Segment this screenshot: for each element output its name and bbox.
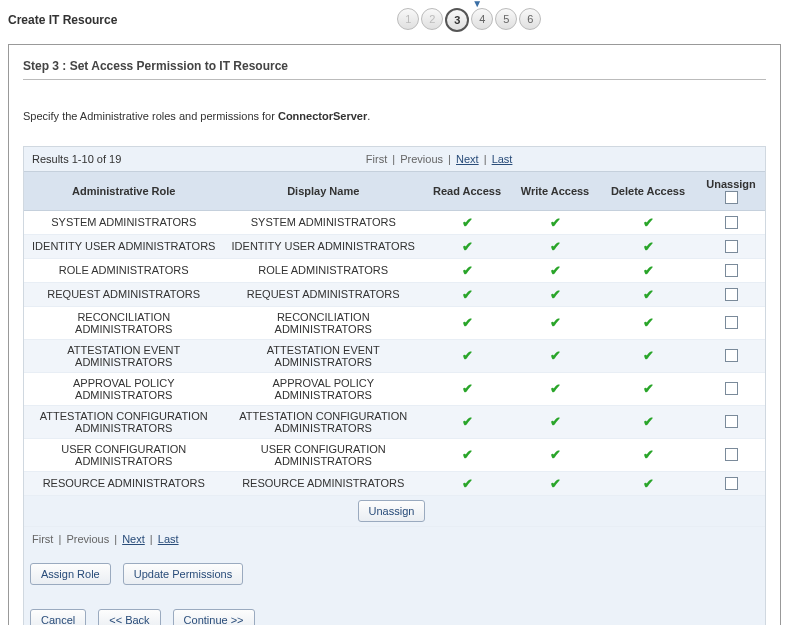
pager-last-link[interactable]: Last [492, 153, 513, 165]
wizard-step-2[interactable]: 2 [421, 8, 443, 30]
cell-role: IDENTITY USER ADMINISTRATORS [24, 234, 224, 258]
table-row: IDENTITY USER ADMINISTRATORSIDENTITY USE… [24, 234, 765, 258]
pager-top: First | Previous | Next | Last [121, 153, 757, 165]
cell-write-access: ✔ [511, 258, 599, 282]
wizard-step-6[interactable]: 6 [519, 8, 541, 30]
cell-display-name: IDENTITY USER ADMINISTRATORS [224, 234, 424, 258]
cell-read-access: ✔ [423, 372, 511, 405]
check-icon: ✔ [462, 239, 473, 254]
cell-read-access: ✔ [423, 306, 511, 339]
page-title: Create IT Resource [8, 13, 117, 27]
cell-delete-access: ✔ [599, 339, 697, 372]
cell-role: REQUEST ADMINISTRATORS [24, 282, 224, 306]
check-icon: ✔ [643, 381, 654, 396]
cell-unassign [697, 339, 765, 372]
wizard-step-1[interactable]: 1 [397, 8, 419, 30]
cell-unassign [697, 372, 765, 405]
col-read: Read Access [423, 172, 511, 211]
check-icon: ✔ [550, 315, 561, 330]
cell-write-access: ✔ [511, 306, 599, 339]
check-icon: ✔ [550, 287, 561, 302]
table-row: RECONCILIATION ADMINISTRATORSRECONCILIAT… [24, 306, 765, 339]
check-icon: ✔ [643, 414, 654, 429]
pager-next-link-bottom[interactable]: Next [122, 533, 145, 545]
cell-display-name: RECONCILIATION ADMINISTRATORS [224, 306, 424, 339]
table-row: APPROVAL POLICY ADMINISTRATORSAPPROVAL P… [24, 372, 765, 405]
wizard-step-3[interactable]: 3 [445, 8, 469, 32]
update-permissions-button[interactable]: Update Permissions [123, 563, 243, 585]
check-icon: ✔ [550, 239, 561, 254]
check-icon: ✔ [462, 447, 473, 462]
check-icon: ✔ [550, 263, 561, 278]
unassign-checkbox[interactable] [725, 382, 738, 395]
cell-write-access: ✔ [511, 372, 599, 405]
cell-display-name: APPROVAL POLICY ADMINISTRATORS [224, 372, 424, 405]
unassign-checkbox[interactable] [725, 216, 738, 229]
check-icon: ✔ [643, 348, 654, 363]
cell-display-name: SYSTEM ADMINISTRATORS [224, 210, 424, 234]
assign-role-button[interactable]: Assign Role [30, 563, 111, 585]
instruction-text: Specify the Administrative roles and per… [23, 110, 766, 122]
cell-role: RESOURCE ADMINISTRATORS [24, 471, 224, 495]
pager-previous-disabled-bottom: Previous [66, 533, 109, 545]
unassign-checkbox[interactable] [725, 448, 738, 461]
separator [23, 79, 766, 80]
cell-read-access: ✔ [423, 234, 511, 258]
unassign-all-checkbox[interactable] [725, 191, 738, 204]
wizard-step-4[interactable]: 4 [471, 8, 493, 30]
cell-display-name: ROLE ADMINISTRATORS [224, 258, 424, 282]
pager-last-link-bottom[interactable]: Last [158, 533, 179, 545]
cell-write-access: ✔ [511, 282, 599, 306]
col-delete: Delete Access [599, 172, 697, 211]
cell-role: SYSTEM ADMINISTRATORS [24, 210, 224, 234]
cell-write-access: ✔ [511, 438, 599, 471]
cell-read-access: ✔ [423, 258, 511, 282]
check-icon: ✔ [550, 381, 561, 396]
table-row: REQUEST ADMINISTRATORSREQUEST ADMINISTRA… [24, 282, 765, 306]
step-heading: Step 3 : Set Access Permission to IT Res… [23, 59, 766, 73]
check-icon: ✔ [462, 287, 473, 302]
unassign-checkbox[interactable] [725, 264, 738, 277]
col-unassign: Unassign [697, 172, 765, 211]
continue-button[interactable]: Continue >> [173, 609, 255, 625]
pager-bottom: First | Previous | Next | Last [24, 527, 765, 551]
cell-delete-access: ✔ [599, 405, 697, 438]
wizard-step-5[interactable]: 5 [495, 8, 517, 30]
check-icon: ✔ [462, 315, 473, 330]
cell-role: ROLE ADMINISTRATORS [24, 258, 224, 282]
cell-read-access: ✔ [423, 282, 511, 306]
unassign-checkbox[interactable] [725, 415, 738, 428]
check-icon: ✔ [462, 476, 473, 491]
cell-unassign [697, 210, 765, 234]
unassign-checkbox[interactable] [725, 240, 738, 253]
check-icon: ✔ [462, 381, 473, 396]
cell-unassign [697, 234, 765, 258]
col-display: Display Name [224, 172, 424, 211]
pager-first-disabled-bottom: First [32, 533, 53, 545]
cell-role: ATTESTATION EVENT ADMINISTRATORS [24, 339, 224, 372]
back-button[interactable]: << Back [98, 609, 160, 625]
cell-unassign [697, 405, 765, 438]
cell-role: USER CONFIGURATION ADMINISTRATORS [24, 438, 224, 471]
unassign-checkbox[interactable] [725, 316, 738, 329]
cell-read-access: ✔ [423, 438, 511, 471]
table-row: RESOURCE ADMINISTRATORSRESOURCE ADMINIST… [24, 471, 765, 495]
cell-unassign [697, 282, 765, 306]
table-row: ATTESTATION EVENT ADMINISTRATORSATTESTAT… [24, 339, 765, 372]
cancel-button[interactable]: Cancel [30, 609, 86, 625]
check-icon: ✔ [643, 287, 654, 302]
check-icon: ✔ [643, 315, 654, 330]
unassign-checkbox[interactable] [725, 349, 738, 362]
cell-read-access: ✔ [423, 471, 511, 495]
main-panel: Step 3 : Set Access Permission to IT Res… [8, 44, 781, 625]
wizard-step-indicator: ▼ 123456 [117, 8, 781, 32]
cell-unassign [697, 306, 765, 339]
col-write: Write Access [511, 172, 599, 211]
pager-next-link[interactable]: Next [456, 153, 479, 165]
cell-role: RECONCILIATION ADMINISTRATORS [24, 306, 224, 339]
unassign-button[interactable]: Unassign [358, 500, 426, 522]
table-row: ATTESTATION CONFIGURATION ADMINISTRATORS… [24, 405, 765, 438]
results-count: Results 1-10 of 19 [32, 153, 121, 165]
unassign-checkbox[interactable] [725, 477, 738, 490]
unassign-checkbox[interactable] [725, 288, 738, 301]
